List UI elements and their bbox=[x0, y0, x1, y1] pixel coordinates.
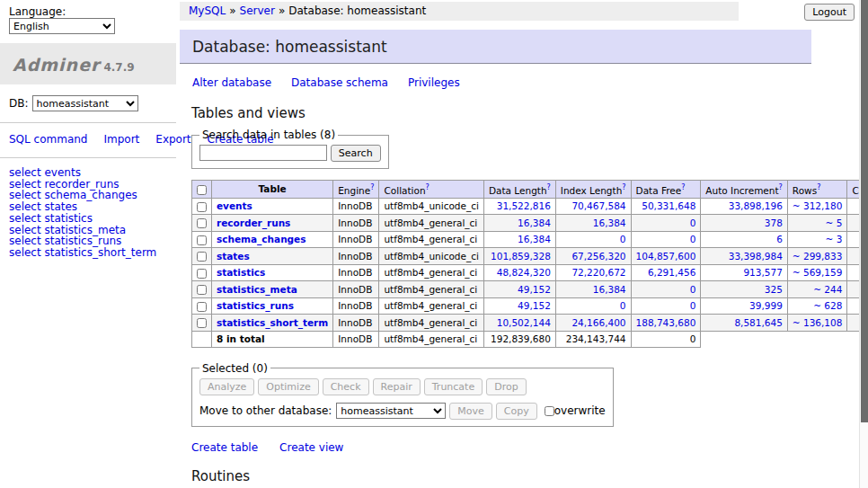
cell-collation: utf8mb4_general_ci bbox=[379, 281, 483, 298]
sidebar-table-list: select eventsselect recorder_runsselect … bbox=[0, 158, 176, 266]
data_free-link[interactable]: 6,291,456 bbox=[636, 267, 696, 278]
optimize-button[interactable]: Optimize bbox=[258, 378, 318, 395]
repair-button[interactable]: Repair bbox=[373, 378, 421, 395]
breadcrumb-link-server[interactable]: Server bbox=[240, 4, 275, 17]
data_free-link[interactable]: 0 bbox=[636, 234, 696, 244]
cell-index_length: 70,467,584 bbox=[555, 198, 631, 215]
cell-engine: InnoDB bbox=[333, 315, 379, 332]
data-free-help-link[interactable]: ? bbox=[681, 183, 685, 191]
rows-link[interactable]: ~ 312,180 bbox=[793, 200, 843, 211]
row-checkbox[interactable] bbox=[197, 302, 207, 312]
sidebar-select-link[interactable]: select statistics_short_term bbox=[9, 247, 169, 259]
sidebar-select-link[interactable]: select events bbox=[9, 167, 169, 179]
index_length-link[interactable]: 72,220,672 bbox=[561, 267, 626, 278]
logout-button[interactable]: Logout bbox=[804, 4, 855, 21]
data_length-link[interactable]: 48,824,320 bbox=[489, 267, 551, 278]
data_free-link[interactable]: 104,857,600 bbox=[636, 251, 696, 262]
data_free-link[interactable]: 188,743,680 bbox=[636, 317, 696, 328]
rows-help-link[interactable]: ? bbox=[817, 183, 820, 191]
search-button[interactable]: Search bbox=[331, 145, 381, 162]
language-select[interactable]: English bbox=[9, 18, 115, 34]
check-button[interactable]: Check bbox=[323, 378, 369, 395]
data_free-link[interactable]: 0 bbox=[636, 284, 696, 295]
analyze-button[interactable]: Analyze bbox=[199, 378, 254, 395]
auto_increment-link[interactable]: 325 bbox=[705, 284, 783, 295]
move-button[interactable]: Move bbox=[449, 403, 492, 420]
data_length-link[interactable]: 16,384 bbox=[489, 234, 551, 244]
data-length-help-link[interactable]: ? bbox=[547, 183, 551, 191]
move-db-select[interactable]: homeassistant bbox=[336, 403, 446, 419]
sidebar-link-sql-command[interactable]: SQL command bbox=[9, 133, 87, 146]
data_free-link[interactable]: 0 bbox=[636, 300, 696, 311]
auto-increment-help-link[interactable]: ? bbox=[779, 183, 783, 191]
name-link[interactable]: events bbox=[217, 200, 252, 211]
auto_increment-link[interactable]: 8,581,645 bbox=[705, 317, 783, 328]
index_length-link[interactable]: 70,467,584 bbox=[561, 200, 626, 211]
rows-link[interactable]: ~ 244 bbox=[793, 284, 843, 295]
name-link[interactable]: recorder_runs bbox=[217, 217, 290, 228]
rows-link[interactable]: ~ 299,833 bbox=[793, 251, 843, 262]
auto_increment-link[interactable]: 39,999 bbox=[705, 300, 783, 311]
index-length-help-link[interactable]: ? bbox=[622, 183, 625, 191]
index_length-link[interactable]: 16,384 bbox=[561, 217, 626, 228]
privileges-link[interactable]: Privileges bbox=[408, 76, 460, 89]
data_length-link[interactable]: 101,859,328 bbox=[489, 251, 551, 262]
data_free-link[interactable]: 0 bbox=[636, 217, 696, 228]
sidebar-select-link[interactable]: select states bbox=[9, 201, 169, 213]
overwrite-checkbox[interactable] bbox=[545, 406, 554, 416]
data_length-link[interactable]: 16,384 bbox=[489, 217, 551, 228]
rows-link[interactable]: ~ 136,108 bbox=[793, 317, 843, 328]
breadcrumb-link-mysql[interactable]: MySQL bbox=[189, 4, 226, 17]
auto_increment-link[interactable]: 378 bbox=[705, 217, 783, 228]
data_length-link[interactable]: 49,152 bbox=[489, 300, 551, 311]
name-link[interactable]: statistics_runs bbox=[217, 300, 294, 311]
row-checkbox[interactable] bbox=[197, 269, 207, 279]
rows-link[interactable]: ~ 5 bbox=[793, 217, 843, 228]
name-link[interactable]: statistics bbox=[217, 267, 265, 278]
index_length-link[interactable]: 67,256,320 bbox=[561, 251, 626, 262]
truncate-button[interactable]: Truncate bbox=[424, 378, 483, 395]
create-view-link[interactable]: Create view bbox=[279, 441, 343, 454]
row-checkbox[interactable] bbox=[197, 235, 207, 245]
name-link[interactable]: statistics_meta bbox=[217, 284, 297, 295]
scrollbar-thumb[interactable] bbox=[861, 0, 868, 422]
name-link[interactable]: states bbox=[217, 251, 250, 262]
sidebar-link-import[interactable]: Import bbox=[103, 133, 139, 146]
auto_increment-link[interactable]: 33,898,196 bbox=[705, 200, 783, 211]
engine-help-link[interactable]: ? bbox=[370, 183, 374, 191]
auto_increment-link[interactable]: 913,577 bbox=[705, 267, 783, 278]
data_free-link[interactable]: 50,331,648 bbox=[636, 200, 696, 211]
row-checkbox[interactable] bbox=[197, 202, 207, 212]
db-select[interactable]: homeassistant bbox=[32, 95, 138, 111]
data_length-link[interactable]: 10,502,144 bbox=[489, 317, 551, 328]
create-table-link[interactable]: Create table bbox=[191, 441, 258, 454]
auto_increment-link[interactable]: 33,398,984 bbox=[705, 251, 783, 262]
rows-link[interactable]: ~ 3 bbox=[793, 234, 843, 244]
index_length-link[interactable]: 0 bbox=[561, 234, 626, 244]
name-link[interactable]: schema_changes bbox=[217, 234, 306, 244]
sidebar-select-link[interactable]: select statistics bbox=[9, 213, 169, 225]
auto_increment-link[interactable]: 6 bbox=[705, 234, 783, 244]
rows-link[interactable]: ~ 569,159 bbox=[793, 267, 843, 278]
data_length-link[interactable]: 49,152 bbox=[489, 284, 551, 295]
database-schema-link[interactable]: Database schema bbox=[291, 76, 388, 89]
select-all-checkbox[interactable] bbox=[197, 185, 207, 195]
name-link[interactable]: statistics_short_term bbox=[217, 317, 328, 328]
rows-link[interactable]: ~ 628 bbox=[793, 300, 843, 311]
drop-button[interactable]: Drop bbox=[486, 378, 526, 395]
row-checkbox[interactable] bbox=[197, 285, 207, 295]
search-input[interactable] bbox=[199, 145, 327, 161]
copy-button[interactable]: Copy bbox=[496, 403, 537, 420]
alter-database-link[interactable]: Alter database bbox=[192, 76, 271, 89]
col-header-engine: Engine? bbox=[333, 181, 379, 199]
row-checkbox[interactable] bbox=[197, 218, 207, 228]
index_length-link[interactable]: 24,166,400 bbox=[561, 317, 626, 328]
row-checkbox[interactable] bbox=[197, 318, 207, 328]
vertical-scrollbar[interactable] bbox=[859, 0, 868, 488]
row-checkbox[interactable] bbox=[197, 252, 207, 262]
collation-help-link[interactable]: ? bbox=[426, 183, 430, 191]
data_length-link[interactable]: 31,522,816 bbox=[489, 200, 551, 211]
index_length-link[interactable]: 16,384 bbox=[561, 284, 626, 295]
overwrite-label[interactable]: overwrite bbox=[554, 404, 606, 417]
index_length-link[interactable]: 0 bbox=[561, 300, 626, 311]
